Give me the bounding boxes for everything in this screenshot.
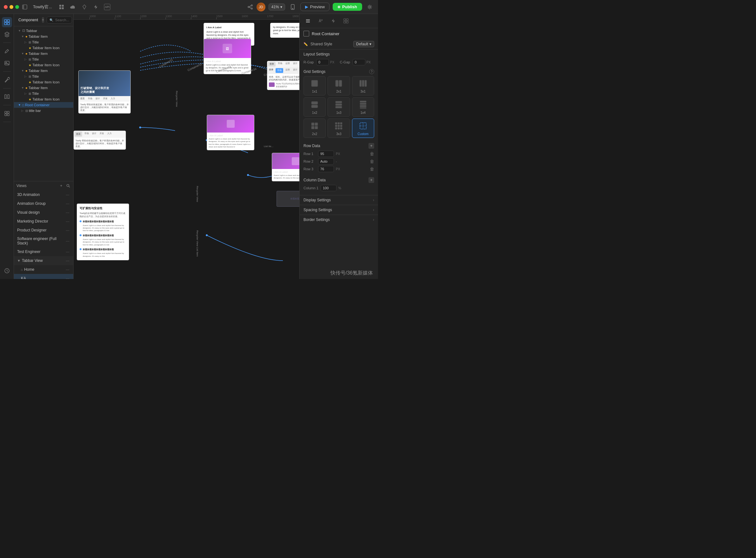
- diamond-icon[interactable]: [81, 4, 87, 10]
- components-icon[interactable]: [2, 17, 12, 27]
- views-add-button[interactable]: +: [59, 183, 64, 188]
- preview-button[interactable]: ▶ Preview: [300, 3, 329, 11]
- components-right-icon[interactable]: [342, 17, 350, 25]
- tree-item-title-4[interactable]: ▷ ⊞ Title: [14, 91, 73, 96]
- close-button[interactable]: [4, 5, 8, 9]
- row-1-input[interactable]: [318, 151, 334, 157]
- device-preview-icon[interactable]: [288, 3, 297, 11]
- maximize-button[interactable]: [15, 5, 19, 9]
- pencil-ss-icon: ✏️: [303, 42, 308, 46]
- view-item-visual-design[interactable]: Visual design ···: [14, 208, 73, 217]
- view-more-ka[interactable]: ···: [65, 276, 70, 279]
- col-data-add-button[interactable]: +: [369, 177, 374, 183]
- svg-point-12: [293, 8, 293, 9]
- pen-icon[interactable]: [2, 46, 12, 56]
- grid-option-2x1[interactable]: 2x1: [328, 76, 350, 96]
- view-item-3d-animation[interactable]: 3D Animation ···: [14, 190, 73, 199]
- view-more-marketing-director[interactable]: ···: [65, 219, 70, 224]
- tree-item-tabbar-item-2[interactable]: ▼ ● Tabbar Item: [14, 51, 73, 56]
- view-more-tabbar-view[interactable]: ···: [65, 258, 70, 263]
- border-settings-button[interactable]: Border Settings ›: [300, 214, 378, 225]
- book-icon[interactable]: [2, 92, 12, 102]
- image-icon[interactable]: [2, 58, 12, 68]
- row-2-input[interactable]: [318, 158, 334, 164]
- view-more-animation-group[interactable]: ···: [65, 201, 70, 206]
- canvas-design-compare: 营养 市场 运营 设计 入力 营养 市场 运营 设计 入力 营养、组长、运营可以…: [267, 61, 299, 90]
- grid-option-1x4[interactable]: 1x4: [352, 97, 374, 117]
- global-settings-icon[interactable]: [365, 3, 374, 11]
- views-search-icon[interactable]: [66, 183, 71, 188]
- grid-option-1x3[interactable]: 1x3: [328, 97, 350, 117]
- grid-option-3x3[interactable]: 3x3: [328, 119, 350, 138]
- tree-item-tabbar-item-3[interactable]: ▼ ● Tabbar Item: [14, 68, 73, 74]
- wrench-icon[interactable]: [2, 75, 12, 85]
- frame-icon: ⊟: [25, 109, 28, 112]
- view-item-product-designer[interactable]: Product Designer ···: [14, 226, 73, 235]
- tree-item-tabbar-item-4[interactable]: ▼ ● Tabbar Item: [14, 85, 73, 91]
- view-more-3d-animation[interactable]: ···: [65, 192, 70, 197]
- style-icon[interactable]: [316, 17, 325, 25]
- spacing-settings-button[interactable]: Spacing Settings ›: [300, 205, 378, 214]
- view-more-product-designer[interactable]: ···: [65, 228, 70, 233]
- row-3-delete-icon[interactable]: 🗑: [370, 167, 374, 172]
- component-add-button[interactable]: +: [42, 17, 44, 23]
- tree-item-title-bar[interactable]: ▷ ⊟ title bar: [14, 108, 73, 113]
- lightning-right-icon[interactable]: [329, 17, 338, 25]
- tree-item-title-1[interactable]: ▷ ⊞ Title: [14, 39, 73, 45]
- tree-item-title-3[interactable]: ▷ ⊞ Title: [14, 74, 73, 79]
- view-more-home[interactable]: ···: [65, 267, 70, 272]
- layers-icon[interactable]: [2, 29, 12, 39]
- canvas-area[interactable]: 1000 1100 1200 1300 1400 1500 1600 1700 …: [74, 14, 299, 279]
- tree-item-tabbar-icon-3[interactable]: ★ Tabbar Item Icon: [14, 79, 73, 85]
- row-3-unit: PX: [336, 168, 342, 171]
- lightning-icon[interactable]: [93, 4, 99, 10]
- tree-item-tabbar-icon-4[interactable]: ★ Tabbar Item Icon: [14, 96, 73, 102]
- tree-item-tabbar-icon-2[interactable]: ★ Tabbar Item Icon: [14, 62, 73, 68]
- c-gap-input[interactable]: [353, 59, 365, 65]
- grid2-icon[interactable]: [2, 108, 12, 119]
- row-3-input[interactable]: [318, 166, 334, 172]
- grid-option-2x2[interactable]: 2x2: [303, 119, 326, 138]
- grid-option-1x1[interactable]: 1x1: [303, 76, 326, 96]
- publish-button[interactable]: Publish: [333, 3, 362, 11]
- share-icon[interactable]: [247, 4, 253, 10]
- view-item-home[interactable]: ⌂ Home ···: [14, 265, 73, 274]
- grid-option-custom[interactable]: Custom: [352, 119, 374, 138]
- tree-item-tabbar-item-1[interactable]: ▼ ● Tabbar Item: [14, 33, 73, 39]
- view-item-marketing-director[interactable]: Marketing Director ···: [14, 217, 73, 226]
- api-icon[interactable]: API: [104, 4, 110, 10]
- properties-icon[interactable]: [303, 17, 312, 25]
- row-2-delete-icon[interactable]: 🗑: [370, 159, 374, 164]
- tree-item-root-container[interactable]: ▼ □ Root Container: [14, 102, 73, 108]
- r-gap-input[interactable]: [316, 59, 329, 65]
- minimize-button[interactable]: [9, 5, 13, 9]
- grid-help-icon[interactable]: ?: [369, 69, 374, 74]
- grid-option-1x2[interactable]: 1x2: [303, 97, 326, 117]
- grid-icon[interactable]: [58, 4, 65, 10]
- tree-item-title-2[interactable]: ▷ ⊞ Title: [14, 56, 73, 62]
- view-item-tabbar-view-header[interactable]: ▼ Tabbar View ···: [14, 256, 73, 265]
- view-more-visual-design[interactable]: ···: [65, 210, 70, 215]
- row-1-delete-icon[interactable]: 🗑: [370, 151, 374, 156]
- view-item-test-engineer[interactable]: Test Engineer ···: [14, 247, 73, 256]
- tree-item-tabbar-icon-1[interactable]: ★ Tabbar Item Icon: [14, 45, 73, 51]
- row-data-add-button[interactable]: +: [369, 143, 374, 149]
- avatar[interactable]: JD: [256, 3, 266, 11]
- view-more-software-engineer[interactable]: ···: [65, 238, 70, 244]
- tree-item-tabbar[interactable]: ▼ ⊡ Tabbar: [14, 28, 73, 33]
- col-1-input[interactable]: [321, 185, 336, 191]
- shared-style-dropdown[interactable]: Default ▾: [353, 41, 374, 47]
- view-item-ka[interactable]: KA ···: [14, 274, 73, 279]
- view-item-animation-group[interactable]: Animation Group ···: [14, 199, 73, 208]
- sidebar-toggle-icon[interactable]: [22, 4, 28, 10]
- svg-rect-47: [335, 106, 342, 108]
- view-item-software-engineer[interactable]: Software engineer (Full Stack) ···: [14, 235, 73, 247]
- display-settings-button[interactable]: Display Settings ›: [300, 195, 378, 205]
- zoom-selector[interactable]: 41% ▾: [269, 3, 285, 10]
- cloud-icon[interactable]: [70, 4, 76, 10]
- component-tab[interactable]: Component: [17, 17, 39, 23]
- view-more-test-engineer[interactable]: ···: [65, 249, 70, 254]
- grid-option-3x1[interactable]: 3x1: [352, 76, 374, 96]
- svg-rect-61: [340, 125, 342, 127]
- clock-icon[interactable]: [2, 266, 12, 276]
